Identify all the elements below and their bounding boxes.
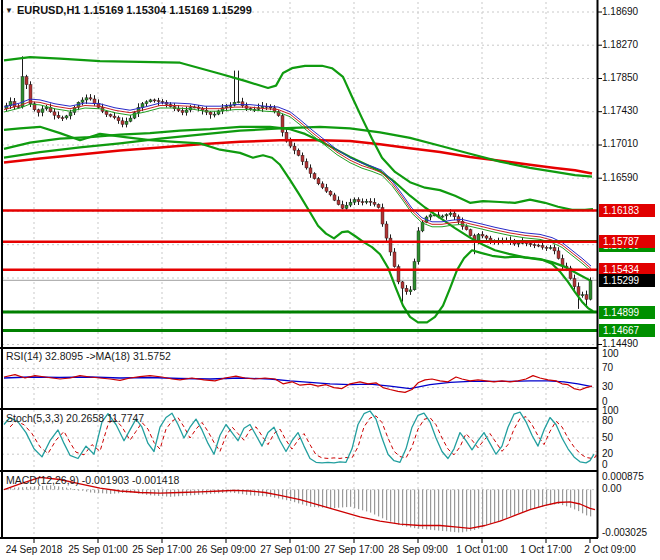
rsi-ma-line <box>4 377 592 389</box>
trading-chart-window: ▼EURUSD,H1 1.15169 1.15304 1.15169 1.152… <box>0 0 660 560</box>
macd-histogram-bar <box>574 490 575 510</box>
symbol-dropdown-icon[interactable]: ▼ <box>5 6 13 15</box>
candle-body <box>429 215 432 217</box>
candle-body <box>469 230 472 236</box>
candle-body <box>385 224 388 238</box>
candle-body <box>117 118 120 121</box>
macd-histogram-bar <box>102 490 103 494</box>
time-axis-label: 27 Sep 01:00 <box>260 544 320 555</box>
macd-histogram-bar <box>358 490 359 510</box>
candle-body <box>17 107 20 108</box>
candle-body <box>345 205 348 208</box>
macd-histogram-bar <box>94 490 95 493</box>
macd-histogram-bar <box>494 490 495 523</box>
candle-body <box>533 245 536 246</box>
macd-histogram-bar <box>30 487 31 490</box>
candle-body <box>317 179 320 184</box>
ma-ribbon-line <box>4 104 591 271</box>
candle-body <box>573 279 576 287</box>
macd-histogram-bar <box>518 490 519 514</box>
macd-histogram-bar <box>466 490 467 532</box>
candle-body <box>157 101 160 102</box>
macd-histogram-bar <box>414 490 415 529</box>
time-axis-label: 2 Oct 09:00 <box>584 544 636 555</box>
candle-body <box>293 146 296 150</box>
time-axis-label: 28 Sep 09:00 <box>388 544 448 555</box>
candle-body <box>289 141 292 146</box>
macd-histogram-bar <box>546 490 547 506</box>
price-axis-label: 1.17430 <box>602 105 638 116</box>
macd-histogram-bar <box>510 490 511 517</box>
candle-body <box>69 112 72 116</box>
macd-histogram-bar <box>66 488 67 490</box>
time-axis-label: 24 Sep 2018 <box>6 544 63 555</box>
candle-body <box>209 112 212 114</box>
macd-histogram-bar <box>454 490 455 532</box>
candle-body <box>409 290 412 292</box>
candle-body <box>141 104 144 108</box>
candle-body <box>413 262 416 290</box>
candle-body <box>85 98 88 100</box>
macd-histogram-bar <box>498 490 499 521</box>
candle-body <box>177 109 180 111</box>
macd-histogram-bar <box>490 490 491 524</box>
candle-body <box>325 188 328 192</box>
macd-histogram-bar <box>434 490 435 531</box>
candle-body <box>269 107 272 108</box>
candle-body <box>309 168 312 174</box>
candle-body <box>357 200 360 202</box>
macd-histogram-bar <box>542 490 543 507</box>
macd-histogram-bar <box>282 490 283 500</box>
macd-histogram-bar <box>406 490 407 527</box>
candle-body <box>109 115 112 117</box>
macd-histogram-bar <box>394 490 395 524</box>
macd-histogram-bar <box>570 490 571 508</box>
candle-body <box>301 155 304 161</box>
macd-histogram-bar <box>322 490 323 508</box>
time-axis-label: 26 Sep 09:00 <box>196 544 256 555</box>
macd-histogram-bar <box>374 490 375 515</box>
macd-histogram-bar <box>522 490 523 512</box>
macd-axis-label: -0.003025 <box>602 527 647 538</box>
candle-body <box>65 116 68 118</box>
candle-body <box>481 234 484 236</box>
price-badge: 1.14667 <box>599 324 655 337</box>
candle-body <box>25 77 28 85</box>
macd-histogram-bar <box>302 490 303 505</box>
macd-histogram-bar <box>566 490 567 507</box>
candle-body <box>297 150 300 155</box>
candle-body <box>585 295 588 300</box>
macd-histogram-bar <box>278 490 279 499</box>
rsi-axis-label: 30 <box>602 381 613 392</box>
macd-histogram-bar <box>390 490 391 522</box>
candle-body <box>181 111 184 113</box>
candle-body <box>377 204 380 207</box>
macd-histogram-bar <box>514 490 515 515</box>
macd-histogram-bar <box>422 490 423 529</box>
candle-body <box>149 100 152 102</box>
candle-body <box>145 102 148 104</box>
macd-histogram-bar <box>586 490 587 516</box>
candle-body <box>281 116 284 133</box>
price-badge: 1.15299 <box>599 274 655 287</box>
price-badge: 1.14899 <box>599 306 655 319</box>
macd-histogram-bar <box>410 490 411 528</box>
candle-body <box>321 184 324 188</box>
macd-histogram-bar <box>482 490 483 527</box>
macd-histogram-bar <box>82 490 83 491</box>
macd-histogram-bar <box>70 488 71 489</box>
macd-histogram-bar <box>346 490 347 508</box>
candle-body <box>337 200 340 205</box>
macd-histogram-bar <box>34 486 35 489</box>
macd-histogram-bar <box>86 490 87 492</box>
candle-body <box>237 102 240 103</box>
macd-histogram-bar <box>382 490 383 519</box>
candle-body <box>349 202 352 205</box>
candle-body <box>405 288 408 292</box>
candle-body <box>553 248 556 251</box>
macd-histogram-bar <box>58 486 59 489</box>
candle-body <box>417 231 420 262</box>
macd-histogram-bar <box>502 490 503 520</box>
candle-body <box>529 244 532 245</box>
macd-histogram-bar <box>74 489 75 490</box>
